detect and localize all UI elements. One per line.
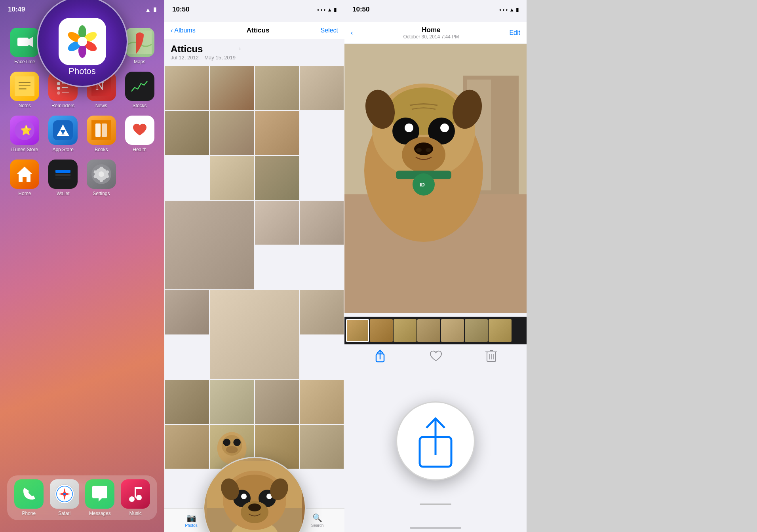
photo-cell-16[interactable] (165, 380, 209, 424)
photo-cell-3[interactable] (255, 66, 299, 110)
background-fill (527, 0, 757, 532)
app-settings[interactable]: Settings (84, 160, 119, 196)
photo-cell-11[interactable] (255, 201, 299, 245)
photo-cell-2[interactable] (210, 66, 254, 110)
svg-rect-27 (62, 87, 68, 88)
photo-cell-14[interactable] (210, 290, 299, 379)
health-label: Health (133, 147, 146, 152)
photo-cell-7[interactable] (255, 111, 299, 155)
svg-point-6 (78, 37, 87, 46)
nav3-subtitle: October 30, 2014 7:44 PM (403, 34, 459, 40)
svg-point-28 (57, 91, 60, 95)
health-icon (125, 116, 154, 145)
main-pug-photo: ID (344, 44, 527, 313)
photo-cell-12[interactable] (300, 201, 344, 245)
thumb-2[interactable] (370, 319, 393, 342)
svg-point-50 (129, 496, 135, 502)
photo-cell-18[interactable] (255, 380, 299, 424)
appstore-label: App Store (52, 147, 73, 152)
select-button[interactable]: Select (321, 27, 338, 34)
svg-point-49 (63, 493, 66, 495)
photo-cell-15[interactable] (300, 290, 344, 334)
phone1-time: 10:49 (8, 6, 25, 13)
svg-rect-7 (17, 38, 29, 46)
tab-search[interactable]: 🔍 Search (311, 513, 324, 528)
dock-safari-label: Safari (58, 511, 70, 516)
svg-point-84 (440, 124, 449, 132)
photo-cell-20[interactable] (165, 425, 209, 469)
app-books[interactable]: Books (84, 116, 119, 152)
home-label: Home (18, 191, 31, 196)
albums-back-button[interactable]: ‹ Albums (171, 27, 196, 34)
dots3-icon: • • • (499, 7, 508, 13)
photo-cell-5[interactable] (165, 111, 209, 155)
svg-rect-53 (135, 487, 142, 489)
thumb-4[interactable] (417, 319, 440, 342)
phone3-time: 10:50 (352, 6, 369, 13)
trash-button[interactable] (485, 349, 497, 363)
thumb-1[interactable] (346, 319, 369, 342)
nav3-title: Home (403, 26, 459, 34)
photo-cell-4[interactable] (300, 66, 344, 110)
svg-rect-23 (19, 88, 27, 89)
photo-cell-8[interactable] (210, 156, 254, 200)
svg-point-57 (234, 439, 241, 446)
search-tab-label: Search (311, 523, 324, 528)
photo-cell-10[interactable] (165, 201, 254, 290)
albums-label[interactable]: Albums (174, 27, 195, 34)
photos-flower-icon (65, 24, 100, 59)
thumb-5[interactable] (441, 319, 464, 342)
phone3-status-right: • • • ▲ ▮ (499, 7, 519, 13)
photo-cell-19[interactable] (300, 380, 344, 424)
app-appstore[interactable]: App Store (46, 116, 81, 152)
messages-icon (85, 479, 114, 509)
photo-cell-6[interactable] (210, 111, 254, 155)
photo-cell-1[interactable] (165, 66, 209, 110)
main-photo-view[interactable]: ID (344, 44, 527, 313)
svg-point-66 (241, 494, 247, 499)
dock-music[interactable]: Music (121, 479, 150, 516)
app-home[interactable]: Home (7, 160, 42, 196)
app-stocks[interactable]: Stocks (122, 72, 157, 108)
thumb-7[interactable] (489, 319, 512, 342)
share-button[interactable] (374, 348, 386, 363)
photos-app-icon[interactable] (59, 18, 106, 65)
settings-label: Settings (93, 191, 110, 196)
app-itunes[interactable]: ⭐ iTunes Store (7, 116, 42, 152)
phone3-home-indicator (410, 527, 461, 529)
app-wallet[interactable]: Wallet (46, 160, 81, 196)
app-notes[interactable]: Notes (7, 72, 42, 108)
maps-label: Maps (134, 59, 145, 65)
wallet-icon (48, 160, 78, 189)
svg-rect-38 (102, 124, 107, 137)
news-label: News (95, 103, 107, 108)
svg-point-24 (57, 82, 60, 85)
notes-label: Notes (19, 103, 31, 108)
tab-photos[interactable]: 📷 Photos (185, 513, 198, 528)
music-icon (121, 479, 150, 509)
photo-cell-9[interactable] (255, 156, 299, 200)
album-dates: Jul 12, 2012 – May 15, 2019 (171, 55, 236, 61)
svg-text:⭐: ⭐ (20, 124, 32, 136)
photos-magnify-circle[interactable]: Photos (37, 0, 128, 87)
dock-messages[interactable]: Messages (85, 479, 114, 516)
phone3-back-button[interactable]: ‹ (351, 29, 353, 36)
app-health[interactable]: Health (122, 116, 157, 152)
nav3-center: Home October 30, 2014 7:44 PM (403, 26, 459, 40)
phone2-status-right: • • • ▲ ▮ (317, 7, 337, 13)
heart-button[interactable] (429, 350, 443, 362)
svg-rect-21 (19, 82, 30, 83)
dock-safari[interactable]: Safari (50, 479, 79, 516)
photo-cell-23[interactable] (300, 425, 344, 469)
thumb-6[interactable] (465, 319, 488, 342)
photo-cell-17[interactable] (210, 380, 254, 424)
home-icon (10, 160, 39, 189)
phone2-status-bar: 10:50 • • • ▲ ▮ (172, 6, 337, 13)
svg-point-69 (248, 504, 261, 511)
edit-button[interactable]: Edit (509, 29, 520, 36)
svg-rect-42 (55, 170, 70, 173)
search-tab-icon: 🔍 (312, 513, 322, 522)
dock-phone[interactable]: Phone (14, 479, 44, 516)
thumb-3[interactable] (394, 319, 417, 342)
photo-cell-13[interactable] (165, 290, 209, 334)
